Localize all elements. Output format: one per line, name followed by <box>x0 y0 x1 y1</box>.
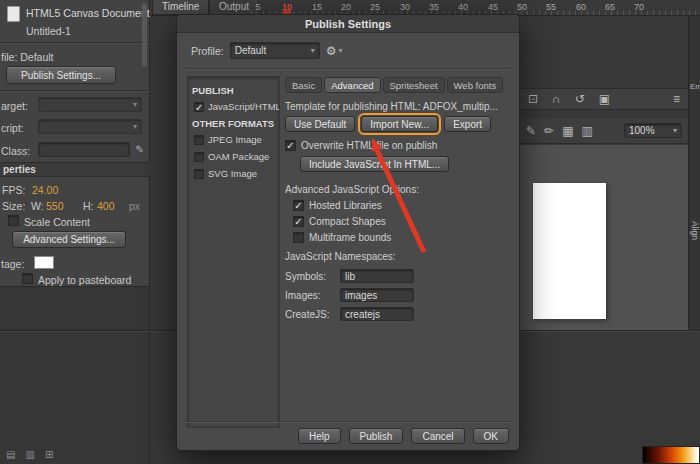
publish-button[interactable]: Publish <box>349 428 404 444</box>
class-input[interactable] <box>38 142 130 157</box>
zoom-select[interactable]: 100% ▾ <box>624 123 682 138</box>
format-label: SVG Image <box>208 168 257 179</box>
profile-select[interactable]: Default ▾ <box>230 42 320 59</box>
dialog-title[interactable]: Publish Settings <box>177 15 519 33</box>
target-select[interactable]: ▾ <box>38 97 142 112</box>
checkbox[interactable] <box>194 152 204 162</box>
format-item-svg[interactable]: SVG Image <box>194 168 275 179</box>
document-icon <box>7 6 20 22</box>
loop-playback-icon[interactable]: ↺ <box>575 93 585 105</box>
size-label: Size: <box>2 200 25 212</box>
use-default-button[interactable]: Use Default <box>285 116 355 132</box>
advanced-options-header: Advanced JavaScript Options: <box>285 184 513 195</box>
format-item-jpeg[interactable]: JPEG Image <box>194 134 275 145</box>
format-item-javascript-html[interactable]: ✓ JavaScript/HTML <box>194 101 275 112</box>
publish-settings-button[interactable]: Publish Settings... <box>6 66 116 84</box>
width-label: W: <box>31 200 44 212</box>
tab-basic[interactable]: Basic <box>285 77 322 93</box>
overwrite-checkbox[interactable]: ✓ <box>285 140 296 151</box>
tab-web-fonts[interactable]: Web fonts <box>447 77 504 93</box>
height-label: H: <box>83 200 94 212</box>
ok-button[interactable]: OK <box>473 428 509 444</box>
cancel-button[interactable]: Cancel <box>411 428 464 444</box>
color-gradient-swatch[interactable] <box>642 446 700 464</box>
symbols-input[interactable]: lib <box>340 269 414 283</box>
help-button[interactable]: Help <box>298 428 341 444</box>
import-new-button[interactable]: Import New... <box>361 116 438 132</box>
ruler-number: 70 <box>628 2 650 12</box>
tab-spritesheet[interactable]: Spritesheet <box>383 77 445 93</box>
images-input[interactable]: images <box>340 288 414 302</box>
createjs-input[interactable]: createjs <box>340 307 414 321</box>
overwrite-label: Overwrite HTML file on publish <box>301 140 437 151</box>
panel-menu-icon[interactable]: ≡ <box>673 93 680 105</box>
option-hosted-libraries[interactable]: ✓ Hosted Libraries <box>293 200 513 211</box>
createjs-value: createjs <box>345 309 380 320</box>
pasteboard[interactable] <box>520 145 688 330</box>
grid-icon[interactable]: ▦ <box>562 125 573 137</box>
script-select[interactable]: ▾ <box>38 119 142 134</box>
bottom-bar: ▤ ▥ ⊞ <box>6 450 53 460</box>
properties-section-header[interactable]: perties <box>0 162 150 177</box>
publish-settings-dialog: Publish Settings Profile: Default ▾ ⚙ ▾ … <box>176 14 520 451</box>
workspace-divider[interactable] <box>520 330 700 332</box>
option-label: Compact Shapes <box>309 216 386 227</box>
ruler-number: 5 <box>247 2 269 12</box>
option-multiframe-bounds[interactable]: Multiframe bounds <box>293 232 513 243</box>
ruler-number: 60 <box>570 2 592 12</box>
advanced-settings-button[interactable]: Advanced Settings... <box>12 231 126 248</box>
snap-magnet-icon[interactable]: ∩ <box>552 93 561 105</box>
zoom-value: 100% <box>629 125 655 136</box>
camera-icon[interactable]: ▣ <box>599 93 610 105</box>
bottom-bar-icon[interactable]: ▥ <box>25 450 34 460</box>
height-value[interactable]: 400 <box>97 200 115 212</box>
dock-label-top[interactable]: Empt <box>690 82 700 91</box>
ruler-number: 30 <box>394 2 416 12</box>
center-frame-icon[interactable]: ⊡ <box>528 93 538 105</box>
formats-list: PUBLISH ✓ JavaScript/HTML OTHER FORMATS … <box>187 76 280 428</box>
pencil-icon[interactable]: ✎ <box>135 143 144 155</box>
width-value[interactable]: 550 <box>46 200 64 212</box>
bottom-bar-icon[interactable]: ▤ <box>6 450 15 460</box>
format-item-oam[interactable]: OAM Package <box>194 151 275 162</box>
checkbox[interactable] <box>293 232 304 243</box>
stage-label: tage: <box>1 258 24 270</box>
chevron-down-icon: ▾ <box>311 46 315 55</box>
pencil-icon[interactable]: ✎ <box>526 125 536 137</box>
scale-content-checkbox[interactable] <box>8 215 19 226</box>
workspace-divider[interactable] <box>0 330 176 332</box>
profile-row: Profile: Default ▾ ⚙ ▾ <box>191 42 342 59</box>
checkbox[interactable] <box>194 135 204 145</box>
checkbox[interactable]: ✓ <box>293 200 304 211</box>
bottom-bar-icon[interactable]: ⊞ <box>45 450 53 460</box>
grid-alt-icon[interactable]: ▥ <box>581 125 592 137</box>
ruler-number: 35 <box>423 2 445 12</box>
format-label: JavaScript/HTML <box>208 101 280 112</box>
namespace-row-symbols: Symbols: lib <box>285 269 513 283</box>
document-name[interactable]: Untitled-1 <box>26 25 71 37</box>
checkbox[interactable]: ✓ <box>293 216 304 227</box>
stage-canvas[interactable] <box>533 183 606 319</box>
chevron-down-icon[interactable]: ▾ <box>338 46 342 55</box>
brush-icon[interactable]: ✏ <box>544 125 554 137</box>
option-compact-shapes[interactable]: ✓ Compact Shapes <box>293 216 513 227</box>
fps-label: FPS: <box>2 184 25 196</box>
images-value: images <box>345 290 377 301</box>
checkbox[interactable] <box>194 169 204 179</box>
dock-label-align[interactable]: Align <box>690 221 700 240</box>
tab-advanced[interactable]: Advanced <box>324 77 380 93</box>
fps-value[interactable]: 24.00 <box>32 184 58 196</box>
include-javascript-button[interactable]: Include JavaScript In HTML... <box>300 156 449 172</box>
apply-pasteboard-checkbox[interactable] <box>22 273 33 284</box>
class-label: Class: <box>1 145 30 157</box>
divider <box>0 42 150 44</box>
export-button[interactable]: Export <box>444 116 491 132</box>
ruler-number: 20 <box>335 2 357 12</box>
profile-options-gear-icon[interactable]: ⚙ <box>326 44 337 58</box>
panel-scrollbar[interactable] <box>142 3 147 67</box>
tab-timeline[interactable]: Timeline <box>152 0 209 15</box>
checkbox[interactable]: ✓ <box>194 102 204 112</box>
app-window: HTML5 Canvas Document Untitled-1 file: D… <box>0 0 700 464</box>
stage-color-swatch[interactable] <box>34 256 54 269</box>
unit-label: px <box>129 200 140 212</box>
